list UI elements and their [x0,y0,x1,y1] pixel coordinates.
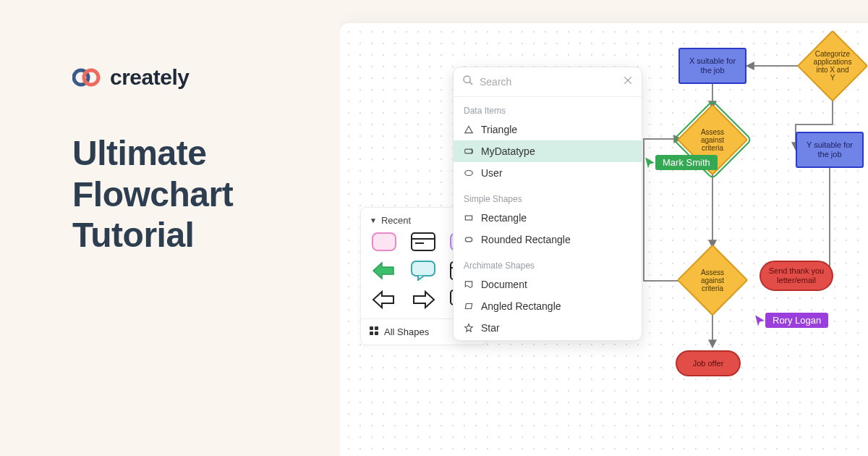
shape-icon [464,168,474,178]
svg-rect-14 [370,332,373,335]
shape-icon [464,279,474,290]
canvas-wrap: X suitable for the job Categorize applic… [340,0,868,456]
svg-rect-3 [412,233,435,250]
dropdown-item[interactable]: Document [454,274,642,295]
diagram-canvas[interactable]: X suitable for the job Categorize applic… [340,23,868,456]
dropdown-item-label: Rounded Rectangle [481,234,571,245]
cursor-label: Rory Logan [765,313,828,328]
all-shapes-label: All Shapes [384,326,429,337]
shape-icon [464,235,474,245]
svg-rect-23 [465,237,472,242]
grid-icon [370,326,378,337]
dropdown-item[interactable]: MyDatatype [454,140,642,162]
dropdown-item[interactable]: Rectangle [454,207,642,229]
page-title: Ultimate Flowchart Tutorial [72,133,340,256]
logo-icon [72,67,101,88]
brand-logo: creately [72,65,340,90]
cursor-label: Mark Smith [655,155,718,170]
dropdown-item[interactable]: User [454,162,642,184]
hero-panel: creately Ultimate Flowchart Tutorial [0,0,340,456]
svg-rect-2 [373,233,396,250]
close-icon[interactable] [623,75,633,88]
shape-icon [464,323,474,333]
shape-arrow-left-outline[interactable] [370,288,399,311]
brand-name: creately [110,65,189,90]
dropdown-section-label: Archimate Shapes [454,258,642,274]
search-dropdown: Data ItemsTriangleMyDatatypeUserSimple S… [453,67,642,341]
node-y-suitable[interactable]: Y suitable for the job [796,132,864,168]
node-x-suitable[interactable]: X suitable for the job [678,48,746,84]
node-categorize[interactable]: Categorize applications into X and Y [807,41,858,91]
svg-rect-12 [370,326,373,330]
svg-point-1 [84,70,98,85]
svg-point-21 [465,171,473,176]
dropdown-item-label: Document [481,279,527,290]
svg-line-17 [469,82,472,85]
shape-arrow-right-outline[interactable] [409,288,438,311]
shape-icon [464,124,474,135]
chevron-down-icon: ▼ [370,216,377,224]
dropdown-section-label: Simple Shapes [454,191,642,207]
search-input[interactable] [480,76,617,88]
svg-point-16 [464,76,470,83]
dropdown-item-label: User [481,167,503,179]
dropdown-item[interactable]: Star [454,317,642,339]
node-thank-you[interactable]: Send thank you letter/email [760,261,833,291]
search-icon [462,75,474,89]
shape-speech-teal[interactable] [409,259,438,282]
shape-icon [464,146,474,156]
node-assess-2[interactable]: Assess against criteria [687,255,738,305]
dropdown-item-label: Triangle [481,124,517,135]
dropdown-item-label: Star [481,322,500,334]
shape-icon [464,213,474,223]
dropdown-item[interactable]: Triangle [454,119,642,140]
svg-rect-22 [465,216,472,220]
node-job-offer[interactable]: Job offer [676,350,741,376]
shape-arrow-left-green[interactable] [370,259,399,282]
shape-rounded-rect-pink[interactable] [370,230,399,253]
shape-icon [464,301,474,311]
dropdown-item[interactable]: Rounded Rectangle [454,229,642,250]
svg-rect-7 [412,261,435,276]
palette-section-label: Recent [381,215,411,226]
dropdown-section-label: Data Items [454,103,642,119]
dropdown-item-label: Rectangle [481,212,527,224]
cursor-mark: Mark Smith [644,155,718,170]
shape-card[interactable] [409,230,438,253]
dropdown-item[interactable]: Angled Rectangle [454,295,642,317]
dropdown-item-label: Angled Rectangle [481,300,561,312]
dropdown-item-label: MyDatatype [481,145,535,157]
svg-rect-13 [375,326,378,330]
cursor-rory: Rory Logan [754,313,828,328]
svg-rect-15 [375,332,378,335]
